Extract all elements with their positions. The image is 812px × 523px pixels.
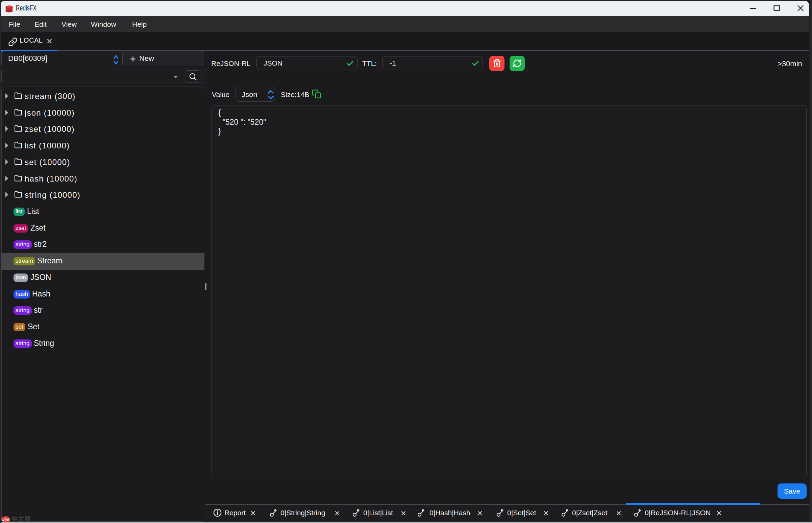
svg-text:RedisFX: RedisFX [16,4,37,12]
svg-text:php: php [2,517,9,521]
svg-text:中文网: 中文网 [12,516,31,522]
